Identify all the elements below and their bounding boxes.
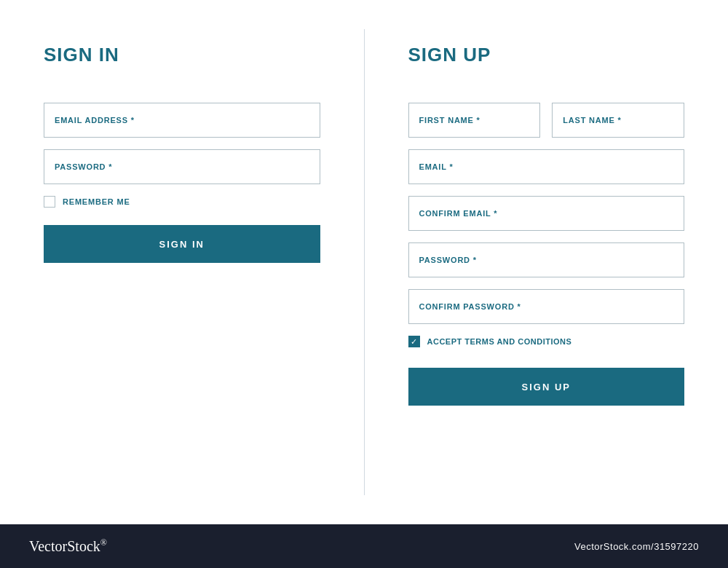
- remember-me-label[interactable]: REMEMBER ME: [63, 197, 130, 206]
- accept-text: ACCEPT: [427, 337, 465, 346]
- registered-symbol: ®: [100, 537, 107, 548]
- confirm-password-group: [408, 289, 685, 324]
- signin-email-input[interactable]: [44, 103, 320, 138]
- signup-confirm-email-input[interactable]: [408, 196, 685, 231]
- signup-password-input[interactable]: [408, 242, 685, 277]
- footer-logo-text: VectorStock: [29, 538, 100, 554]
- terms-link[interactable]: TERMS AND CONDITIONS: [464, 337, 571, 346]
- terms-text: ACCEPT TERMS AND CONDITIONS: [427, 337, 572, 346]
- signin-panel: SIGN IN REMEMBER ME SIGN IN: [0, 0, 364, 524]
- footer-bar: VectorStock® VectorStock.com/31597220: [0, 524, 728, 568]
- signup-email-group: [408, 149, 685, 184]
- password-group: [44, 149, 320, 184]
- signup-button[interactable]: SIGN UP: [408, 368, 685, 406]
- confirm-email-group: [408, 196, 685, 231]
- signin-button[interactable]: SIGN IN: [44, 225, 320, 263]
- email-group: [44, 103, 320, 138]
- signup-email-input[interactable]: [408, 149, 685, 184]
- terms-checkbox[interactable]: ✓: [408, 336, 420, 347]
- footer-logo: VectorStock®: [29, 537, 107, 555]
- signup-password-group: [408, 242, 685, 277]
- terms-group: ✓ ACCEPT TERMS AND CONDITIONS: [408, 336, 685, 347]
- signup-title: SIGN UP: [408, 44, 685, 66]
- signup-lastname-input[interactable]: [552, 103, 684, 138]
- signup-panel: SIGN UP ✓ ACCEPT TERMS AND CONDITIONS: [365, 0, 729, 524]
- footer-url: VectorStock.com/31597220: [574, 541, 699, 552]
- signin-password-input[interactable]: [44, 149, 320, 184]
- remember-me-checkbox[interactable]: [44, 196, 55, 208]
- name-row: [408, 103, 685, 138]
- signup-firstname-input[interactable]: [408, 103, 541, 138]
- signin-title: SIGN IN: [44, 44, 320, 66]
- first-name-group: [408, 103, 541, 138]
- remember-me-group: REMEMBER ME: [44, 196, 320, 208]
- last-name-group: [552, 103, 684, 138]
- signup-confirm-password-input[interactable]: [408, 289, 685, 324]
